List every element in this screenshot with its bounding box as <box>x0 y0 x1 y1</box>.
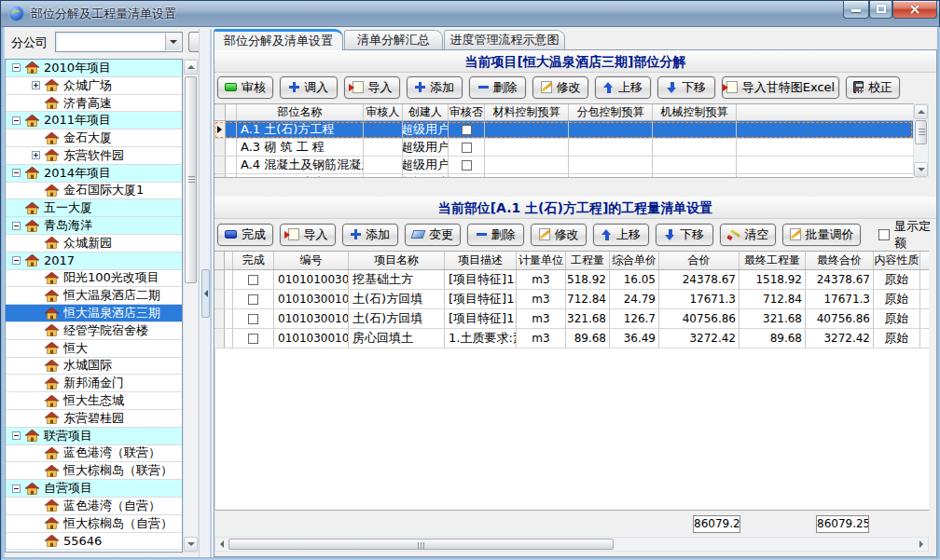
tree-item[interactable]: 五一大厦 <box>6 199 182 217</box>
minimize-button[interactable] <box>843 1 869 19</box>
delete-button[interactable]: 删除 <box>469 76 526 99</box>
scroll-down-icon[interactable] <box>914 162 928 177</box>
move-down-button[interactable]: 下移 <box>657 76 715 99</box>
tree-item[interactable]: 众城新园 <box>6 235 182 253</box>
import-button[interactable]: 导入 <box>344 76 400 99</box>
tree-scrollbar-thumb[interactable] <box>185 76 197 283</box>
tree-item[interactable]: 55646 <box>6 533 182 551</box>
tree-item[interactable]: 恒大温泉酒店三期 <box>6 305 182 322</box>
done-checkbox[interactable] <box>248 334 258 344</box>
tree-item[interactable]: 阳光100光改项目 <box>6 270 182 288</box>
scroll-down-icon[interactable] <box>184 537 198 552</box>
tree-item[interactable]: 青岛海洋 <box>6 217 182 235</box>
add-button[interactable]: 添加 <box>407 76 463 99</box>
tree-item[interactable]: 蓝色港湾（联营） <box>6 445 182 463</box>
scroll-right-icon[interactable] <box>915 538 928 551</box>
tree-item[interactable]: 蓝色港湾（自营） <box>6 498 182 515</box>
show-quota-checkbox[interactable] <box>878 229 890 240</box>
parts-grid-row[interactable]: A.7 屋面及防水工程超级用户 <box>214 174 913 178</box>
import-gantt-excel-button[interactable]: 导入甘特图Excel <box>722 76 839 99</box>
expand-plus-icon[interactable] <box>32 151 40 159</box>
tree-item[interactable]: 自营项目 <box>6 480 182 498</box>
reviewed-checkbox[interactable] <box>462 143 472 153</box>
parts-grid-scrollbar-thumb[interactable] <box>915 120 927 144</box>
move-down-button[interactable]: 下移 <box>656 224 713 246</box>
reviewed-checkbox[interactable] <box>462 178 472 179</box>
scroll-up-icon[interactable] <box>914 104 928 119</box>
delete-button[interactable]: 删除 <box>467 224 524 246</box>
import-button[interactable]: 导入 <box>280 224 336 246</box>
tree-item[interactable]: 2011年项目 <box>6 112 182 130</box>
add-button[interactable]: 添加 <box>342 224 398 246</box>
parts-grid-row[interactable]: A.4 混凝土及钢筋混凝土超级用户 <box>214 157 913 174</box>
tree-item[interactable]: 东营碧桂园 <box>6 410 182 428</box>
reviewed-checkbox[interactable] <box>462 160 472 171</box>
pull-in-button[interactable]: 调入 <box>280 76 338 99</box>
done-checkbox[interactable] <box>248 275 258 285</box>
tree-item[interactable]: 金石大厦 <box>6 130 182 147</box>
tree-item[interactable]: 济青高速 <box>6 95 182 113</box>
calibrate-button[interactable]: 校正 <box>846 76 900 99</box>
title-bar[interactable]: 部位分解及工程量清单设置 <box>1 1 939 27</box>
parts-grid-row[interactable]: A.1 土(石)方工程超级用户 <box>214 121 913 139</box>
collapse-minus-icon[interactable] <box>12 63 21 72</box>
maximize-button[interactable] <box>869 1 892 19</box>
move-up-button[interactable]: 上移 <box>595 76 651 99</box>
horizontal-scrollbar[interactable] <box>214 537 929 552</box>
modify-button[interactable]: 修改 <box>531 224 587 246</box>
tree-item[interactable]: 众城广场 <box>6 77 182 95</box>
collapse-left-button[interactable] <box>201 269 210 318</box>
collapse-minus-icon[interactable] <box>12 256 21 265</box>
move-up-button[interactable]: 上移 <box>593 224 649 246</box>
tree-item[interactable]: 恒大 <box>6 340 182 358</box>
tree-item[interactable]: 恒大棕榈岛（自营） <box>6 515 182 533</box>
tree-item[interactable]: 新邦涌金门 <box>6 375 182 392</box>
scroll-left-icon[interactable] <box>215 538 228 551</box>
reviewed-checkbox[interactable] <box>462 125 472 135</box>
tab-3[interactable]: 进度管理流程示意图 <box>444 30 565 49</box>
tree-item[interactable]: 东营软件园 <box>6 147 182 165</box>
tree-item[interactable]: 恒大棕榈岛（联营） <box>6 462 182 480</box>
tree-item[interactable]: 2014年项目 <box>6 165 182 183</box>
boq-grid-row[interactable]: 010101003001挖基础土方[项目特征]1.土m31518.9216.05… <box>214 270 929 290</box>
tab-2[interactable]: 清单分解汇总 <box>344 30 443 49</box>
expand-plus-icon[interactable] <box>32 81 40 89</box>
company-select[interactable] <box>55 32 183 52</box>
collapse-minus-icon[interactable] <box>12 222 21 230</box>
company-select-dropdown-button[interactable] <box>165 34 181 50</box>
finish-button[interactable]: 完成 <box>217 224 273 246</box>
tree-item[interactable]: 2010年项目 <box>6 60 182 77</box>
change-button[interactable]: 变更 <box>405 224 461 246</box>
collapse-minus-icon[interactable] <box>12 169 21 177</box>
tree-item[interactable] <box>6 550 182 553</box>
tree-item[interactable]: 恒大生态城 <box>6 392 182 410</box>
tree-item[interactable]: 经管学院宿舍楼 <box>6 322 182 340</box>
modify-button[interactable]: 修改 <box>532 76 588 99</box>
tree-scrollbar[interactable] <box>183 59 199 553</box>
parts-grid-scrollbar[interactable] <box>913 103 929 178</box>
collapse-minus-icon[interactable] <box>12 485 21 493</box>
tree-item[interactable]: 2017 <box>6 253 182 270</box>
parts-grid-row[interactable]: A.3 砌 筑 工 程超级用户 <box>214 139 913 157</box>
panel-splitter[interactable] <box>199 29 214 557</box>
tree-item[interactable]: 联营项目 <box>6 428 182 445</box>
tab-1[interactable]: 部位分解及清单设置 <box>214 29 343 50</box>
clear-button[interactable]: 清空 <box>720 224 776 246</box>
done-checkbox[interactable] <box>248 294 258 305</box>
tree-item[interactable]: 金石国际大厦1 <box>6 183 182 200</box>
batch-reprice-button[interactable]: 批量调价 <box>782 224 861 246</box>
close-button[interactable] <box>892 1 937 19</box>
collapse-minus-icon[interactable] <box>12 431 21 440</box>
audit-button[interactable]: 审核 <box>217 76 273 99</box>
tree-item[interactable]: 水城国际 <box>6 358 182 376</box>
scroll-up-icon[interactable] <box>184 60 198 75</box>
item-desc-cell: [项目特征]1.土 <box>445 270 517 289</box>
horizontal-scrollbar-thumb[interactable] <box>228 539 614 550</box>
done-checkbox[interactable] <box>248 314 258 324</box>
collapse-minus-icon[interactable] <box>12 116 21 125</box>
tree-item[interactable]: 恒大温泉酒店二期 <box>6 287 182 305</box>
boq-grid-row[interactable]: 010103001001土(石)方回填[项目特征]1.土m3712.8424.7… <box>214 290 929 309</box>
boq-grid-row[interactable]: 010103001002土(石)方回填[项目特征]1.土m3321.68126.… <box>214 309 929 329</box>
parts-grid: 部位名称审核人创建人审核否材料控制预算分包控制预算机械控制预算A.1 土(石)方… <box>214 103 913 178</box>
boq-grid-row[interactable]: 010103001003房心回填土1.土质要求:素m389.6836.49327… <box>214 329 929 348</box>
